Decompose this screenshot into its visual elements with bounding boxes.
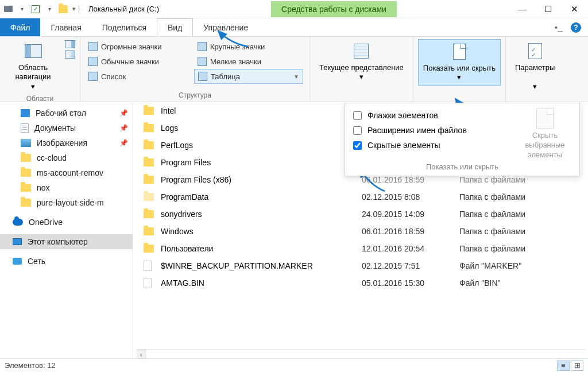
minimize-ribbon-icon[interactable]: •⎯ (555, 22, 563, 32)
ribbon-group-show-hide: Показать или скрыть ▾ (413, 37, 506, 102)
hide-selected-button[interactable]: Скрыть выбранные элементы (510, 107, 579, 160)
cloud-icon (13, 219, 23, 226)
details-pane-icon[interactable] (65, 51, 75, 59)
folder-icon (21, 154, 31, 162)
dropdown-group-label: Показать или скрыть (345, 160, 579, 172)
nav-onedrive[interactable]: OneDrive (0, 215, 133, 230)
folder-icon (144, 193, 154, 201)
chevron-down-icon[interactable]: ▾ (45, 5, 54, 14)
minimize-button[interactable]: — (509, 0, 535, 18)
view-small[interactable]: Мелкие значки (194, 54, 303, 69)
folder-icon (59, 5, 68, 14)
maximize-button[interactable]: ☐ (535, 0, 562, 18)
file-date: 05.01.2016 15:30 (362, 278, 459, 288)
show-hide-dropdown: Флажки элементов Расширения имен файлов … (345, 103, 580, 176)
file-type: Папка с файлами (459, 227, 525, 236)
pin-icon: 📌 (119, 124, 128, 132)
folder-icon (144, 124, 154, 132)
file-name: $WINRE_BACKUP_PARTITION.MARKER (161, 261, 362, 270)
file-row[interactable]: $WINRE_BACKUP_PARTITION.MARKER02.12.2015… (133, 257, 588, 274)
file-row[interactable]: sonydrivers24.09.2015 14:09Папка с файла… (133, 206, 588, 223)
folder-icon (21, 184, 31, 192)
file-row[interactable]: Windows06.01.2016 18:59Папка с файлами (133, 223, 588, 240)
file-row[interactable]: AMTAG.BIN05.01.2016 15:30Файл "BIN" (133, 274, 588, 292)
large-icons-view-icon[interactable]: ⊞ (571, 361, 583, 371)
folder-icon (144, 107, 154, 115)
pin-icon: 📌 (119, 109, 128, 117)
view-details[interactable]: Таблица▼ (194, 69, 303, 84)
nav-pane-button[interactable]: Область навигации ▾ (5, 39, 61, 94)
nav-pane-label: Область навигации (9, 63, 57, 82)
view-medium[interactable]: Обычные значки (85, 54, 194, 69)
tab-manage[interactable]: Управление (193, 18, 258, 36)
window-controls: — ☐ ✕ (509, 0, 588, 18)
file-type: Папка с файлами (459, 244, 525, 253)
check-hidden-items[interactable]: Скрытые элементы (353, 138, 510, 153)
separator: ▾ │ (72, 5, 82, 13)
folder-icon (21, 199, 31, 207)
options-button[interactable]: ✓✓ Параметры▾ (510, 39, 559, 94)
file-type: Файл "BIN" (459, 278, 501, 288)
file-name: ProgramData (161, 192, 362, 202)
properties-icon[interactable]: ✓ (31, 5, 40, 14)
file-name: PerfLogs (161, 141, 362, 150)
current-view-button[interactable]: Текущее представление ▾ (315, 39, 408, 84)
file-name: Windows (161, 227, 362, 236)
nav-pictures[interactable]: Изображения📌 (0, 135, 133, 150)
folder-icon (144, 245, 154, 253)
computer-icon (13, 238, 22, 245)
show-hide-button[interactable]: Показать или скрыть ▾ (418, 39, 501, 86)
nav-documents[interactable]: Документы📌 (0, 121, 133, 135)
file-name: Intel (161, 106, 362, 115)
chevron-down-icon: ▼ (293, 73, 299, 80)
nav-desktop[interactable]: Рабочий стол📌 (0, 106, 133, 121)
view-extra-large[interactable]: Огромные значки (85, 39, 194, 54)
check-file-extensions[interactable]: Расширения имен файлов (353, 123, 510, 138)
file-row[interactable]: ProgramData02.12.2015 8:08Папка с файлам… (133, 188, 588, 206)
show-hide-label: Показать или скрыть (423, 64, 496, 73)
tab-view[interactable]: Вид (157, 18, 193, 36)
item-count: Элементов: 12 (5, 361, 56, 370)
file-date: 06.01.2016 18:59 (362, 227, 459, 236)
nav-folder[interactable]: ms-account-remov (0, 165, 133, 180)
file-row[interactable]: Пользователи12.01.2016 20:54Папка с файл… (133, 240, 588, 257)
nav-network[interactable]: Сеть (0, 254, 133, 269)
contextual-tab[interactable]: Средства работы с дисками (271, 1, 397, 17)
folder-icon (144, 141, 154, 149)
close-button[interactable]: ✕ (562, 0, 588, 18)
view-list[interactable]: Список (85, 69, 194, 84)
file-type: Папка с файлами (459, 175, 525, 184)
horizontal-scrollbar[interactable]: ‹ (137, 349, 586, 358)
check-item-checkboxes[interactable]: Флажки элементов (353, 108, 510, 123)
nav-this-pc[interactable]: Этот компьютер (0, 234, 133, 249)
folder-icon (144, 158, 154, 166)
ribbon-tabs: Файл Главная Поделиться Вид Управление •… (0, 18, 588, 37)
status-bar: Элементов: 12 ≡ ⊞ (0, 358, 588, 372)
nav-folder[interactable]: nox (0, 180, 133, 195)
file-date: 06.01.2016 18:59 (362, 175, 459, 184)
file-name: Program Files (161, 158, 362, 167)
pictures-icon (21, 139, 31, 147)
file-date: 02.12.2015 7:51 (362, 261, 459, 270)
file-icon (144, 261, 152, 271)
preview-pane-icon[interactable] (65, 40, 75, 48)
nav-folder[interactable]: pure-layout-side-m (0, 195, 133, 210)
view-large[interactable]: Крупные значки (194, 39, 303, 54)
ribbon-group-areas: Область навигации ▾ Области (0, 37, 80, 102)
folder-icon (144, 227, 154, 235)
current-view-label: Текущее представление (319, 63, 404, 72)
tab-share[interactable]: Поделиться (92, 18, 157, 36)
pin-icon: 📌 (119, 139, 128, 147)
details-view-icon[interactable]: ≡ (557, 361, 570, 371)
nav-folder[interactable]: cc-cloud (0, 150, 133, 165)
help-button[interactable]: ? (571, 22, 581, 33)
scroll-left-icon[interactable]: ‹ (137, 350, 146, 359)
network-icon (13, 258, 22, 265)
file-name: Logs (161, 123, 362, 133)
tab-home[interactable]: Главная (40, 18, 91, 36)
chevron-down-icon[interactable]: ▾ (17, 5, 26, 14)
ribbon-group-current-view: Текущее представление ▾ (310, 37, 413, 102)
tab-file[interactable]: Файл (0, 18, 40, 36)
drive-icon (3, 5, 13, 14)
file-name: AMTAG.BIN (161, 278, 362, 288)
